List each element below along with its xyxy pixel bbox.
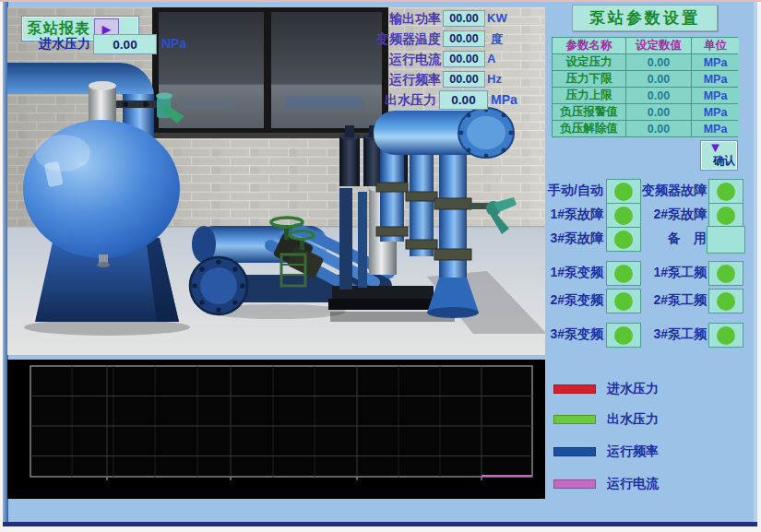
trend-chart [7, 360, 545, 499]
led-pump2-fault [708, 203, 743, 228]
status-label-pump3-fault: 3#泵故障 [526, 227, 603, 250]
col-header-value: 设定数值 [626, 38, 691, 53]
param-name: 压力上限 [553, 88, 625, 103]
status-label-pump1-fault: 1#泵故障 [526, 203, 603, 226]
frame-bottom-edge [3, 522, 757, 526]
run-current-value: 00.00 [443, 51, 485, 67]
outlet-pressure-value: 0.00 [439, 90, 488, 110]
outlet-pressure-unit: MPa [491, 92, 517, 107]
status-label-spare: 备 用 [630, 227, 707, 250]
param-value-input[interactable]: 0.00 [626, 71, 691, 87]
pump-station-3d-scene: 泵站报表 ▶ 进水压力 0.00 NPa 输出功率 00.00 KW 变频器温度… [7, 7, 545, 355]
param-name: 负压解除值 [553, 121, 625, 136]
led-pump2-mains [708, 289, 743, 313]
status-label-pump2-vfd: 2#泵变频 [526, 289, 603, 312]
param-value-input[interactable]: 0.00 [626, 121, 691, 136]
status-label-pump3-vfd: 3#泵变频 [526, 323, 603, 346]
param-unit: MPa [692, 71, 739, 87]
run-freq-label: 运行频率 [355, 72, 441, 89]
led-circle [717, 292, 735, 311]
status-label-pump3-mains: 3#泵工频 [630, 323, 707, 346]
param-value-input[interactable]: 0.00 [626, 88, 691, 103]
led-circle [717, 207, 735, 225]
legend-label-outlet: 出水压力 [607, 411, 659, 428]
confirm-button[interactable]: ▼ 确认 [700, 140, 738, 171]
status-label-vfd-fault: 变频器故障 [630, 179, 707, 202]
col-header-name: 参数名称 [553, 38, 625, 53]
legend-swatch-current [553, 479, 596, 489]
run-current-unit: A [487, 52, 495, 65]
legend-label-current: 运行电流 [607, 476, 659, 492]
output-power-value: 00.00 [443, 10, 485, 27]
run-current-label: 运行电流 [355, 52, 441, 68]
params-panel-title: 泵站参数设置 [572, 5, 718, 31]
led-vfd-fault [708, 179, 743, 204]
led-spare [707, 226, 745, 254]
status-label-pump1-vfd: 1#泵变频 [526, 261, 603, 284]
frame-right-edge [754, 2, 757, 525]
vfd-temp-unit: 度 [491, 31, 503, 48]
led-circle [717, 183, 735, 201]
pressure-tank [23, 120, 190, 336]
status-label-pump2-fault: 2#泵故障 [630, 203, 707, 226]
led-circle [717, 326, 735, 345]
led-circle [717, 265, 735, 283]
param-unit: MPa [692, 121, 739, 136]
vfd-temp-label: 变频器温度 [355, 31, 441, 48]
led-pump1-mains [708, 261, 743, 286]
col-header-unit: 单位 [692, 38, 739, 53]
inlet-pressure-unit: NPa [161, 36, 186, 51]
param-name: 设定压力 [553, 54, 625, 70]
status-label-pump2-mains: 2#泵工频 [630, 289, 707, 312]
vfd-temp-value: 00.00 [443, 30, 485, 47]
params-table: 参数名称 设定数值 单位 设定压力 0.00 MPa 压力下限 0.00 MPa… [552, 37, 738, 137]
confirm-button-label: 确认 [713, 153, 735, 169]
param-unit: MPa [692, 54, 739, 70]
legend-swatch-frequency [553, 447, 596, 456]
status-label-auto-manual: 手动/自动 [526, 179, 603, 202]
status-label-pump1-mains: 1#泵工频 [630, 261, 707, 284]
legend-label-inlet: 进水压力 [607, 381, 659, 397]
led-pump3-mains [708, 323, 743, 348]
param-unit: MPa [692, 88, 739, 103]
legend-swatch-inlet [553, 384, 596, 394]
inlet-pressure-label: 进水压力 [11, 36, 90, 53]
param-unit: MPa [692, 104, 739, 120]
param-name: 压力下限 [553, 71, 625, 87]
run-freq-value: 00.00 [443, 71, 485, 88]
output-power-unit: KW [487, 11, 507, 25]
frame-top-edge [0, 0, 761, 2]
outlet-pressure-label: 出水压力 [355, 92, 436, 109]
trend-chart-panel [7, 360, 545, 499]
param-value-input[interactable]: 0.00 [626, 104, 691, 120]
param-name: 负压报警值 [553, 104, 625, 120]
legend-swatch-outlet [553, 415, 596, 424]
inlet-pressure-value: 0.00 [93, 34, 157, 54]
run-freq-unit: Hz [487, 72, 502, 86]
output-power-label: 输出功率 [355, 11, 441, 28]
legend-label-frequency: 运行频率 [607, 443, 659, 460]
param-value-input[interactable]: 0.00 [626, 54, 691, 70]
